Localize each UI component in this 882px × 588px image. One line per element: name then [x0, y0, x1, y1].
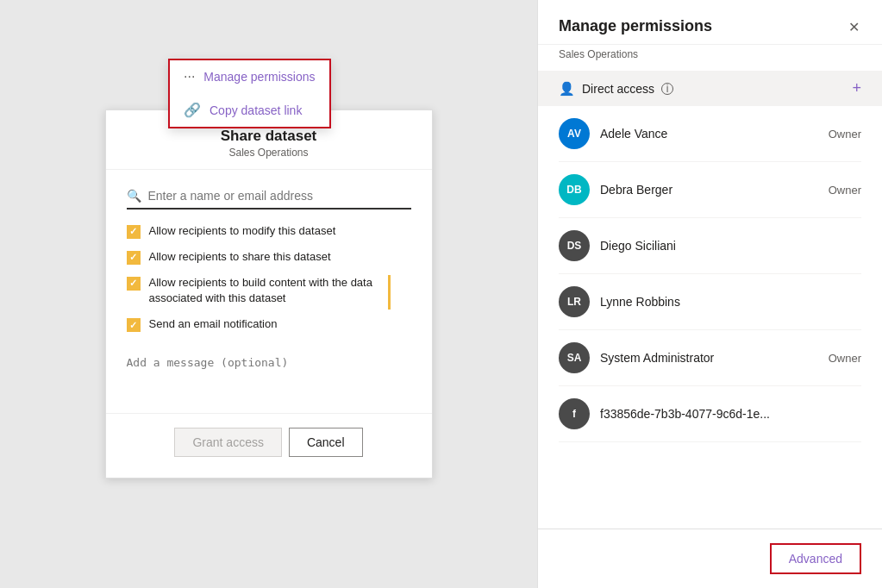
checkbox-label-2: Allow recipients to share this dataset [149, 249, 331, 265]
checkbox-3[interactable]: ✓ [127, 277, 141, 291]
context-menu: ··· Manage permissions 🔗 Copy dataset li… [168, 59, 331, 128]
user-name: Debra Berger [600, 183, 672, 197]
user-role: Owner [829, 184, 861, 197]
advanced-button[interactable]: Advanced [770, 543, 861, 574]
direct-access-label: 👤 Direct access i [559, 81, 673, 97]
right-panel: Manage permissions ✕ Sales Operations 👤 … [537, 0, 882, 588]
manage-header: Manage permissions ✕ [538, 0, 882, 45]
user-name: Diego Siciliani [600, 239, 676, 253]
check-mark-1: ✓ [129, 226, 137, 237]
share-dialog-subtitle: Sales Operations [127, 147, 411, 159]
add-button[interactable]: + [852, 79, 861, 97]
checkbox-item-1[interactable]: ✓ Allow recipients to modify this datase… [127, 223, 411, 239]
avatar: SA [559, 342, 590, 373]
user-item: f f33856de-7b3b-4077-9c6d-1e... [559, 386, 861, 442]
search-input[interactable] [148, 189, 411, 203]
message-textarea[interactable] [127, 349, 411, 389]
manage-footer: Advanced [538, 529, 882, 588]
checkbox-1[interactable]: ✓ [127, 225, 141, 239]
checkbox-label-3: Allow recipients to build content with t… [149, 275, 411, 306]
left-panel: Share dataset Sales Operations 🔍 ✓ Allow… [0, 0, 537, 588]
user-name: Adele Vance [600, 127, 667, 141]
user-item: AV Adele Vance Owner [559, 106, 861, 162]
checkbox-item-4[interactable]: ✓ Send an email notification [127, 316, 411, 332]
user-info: Lynne Robbins [600, 294, 851, 310]
share-dialog-title: Share dataset [127, 128, 411, 145]
manage-permissions-option[interactable]: Manage permissions [203, 70, 315, 84]
person-icon: 👤 [559, 81, 575, 97]
checkbox-item-3[interactable]: ✓ Allow recipients to build content with… [127, 275, 411, 306]
context-menu-item-manage[interactable]: ··· Manage permissions [170, 60, 329, 93]
manage-subtitle: Sales Operations [538, 45, 882, 71]
avatar: DB [559, 174, 590, 205]
share-dialog: Share dataset Sales Operations 🔍 ✓ Allow… [105, 109, 433, 479]
user-info: f33856de-7b3b-4077-9c6d-1e... [600, 406, 851, 422]
context-menu-item-copy[interactable]: 🔗 Copy dataset link [170, 93, 329, 127]
avatar: AV [559, 118, 590, 149]
direct-access-text: Direct access [582, 82, 654, 96]
user-name: System Administrator [600, 351, 714, 365]
checkbox-label-1: Allow recipients to modify this dataset [149, 223, 336, 239]
checkbox-label-4: Send an email notification [149, 316, 278, 332]
avatar: DS [559, 230, 590, 261]
user-role: Owner [829, 128, 861, 141]
checkbox-item-2[interactable]: ✓ Allow recipients to share this dataset [127, 249, 411, 265]
user-info: Diego Siciliani [600, 238, 851, 253]
info-icon[interactable]: i [661, 83, 673, 95]
check-mark-2: ✓ [129, 252, 137, 263]
manage-title: Manage permissions [559, 17, 712, 35]
search-box[interactable]: 🔍 [127, 184, 411, 210]
user-name: Lynne Robbins [600, 295, 680, 309]
user-info: System Administrator [600, 350, 818, 366]
avatar: LR [559, 286, 590, 317]
search-icon: 🔍 [127, 189, 141, 203]
users-list: AV Adele Vance Owner DB Debra Berger Own… [538, 106, 882, 529]
direct-access-bar: 👤 Direct access i + [538, 71, 882, 106]
copy-dataset-link-option[interactable]: Copy dataset link [210, 103, 302, 117]
user-item: DB Debra Berger Owner [559, 162, 861, 218]
user-role: Owner [829, 352, 861, 365]
user-item: DS Diego Siciliani [559, 218, 861, 274]
share-dialog-body: 🔍 ✓ Allow recipients to modify this data… [106, 170, 432, 414]
checkbox-4[interactable]: ✓ [127, 318, 141, 332]
check-mark-3: ✓ [129, 278, 137, 289]
avatar: f [559, 398, 590, 429]
user-item: SA System Administrator Owner [559, 330, 861, 386]
user-item: LR Lynne Robbins [559, 274, 861, 330]
yellow-bar [388, 275, 391, 310]
cancel-button[interactable]: Cancel [289, 428, 363, 457]
checkbox-2[interactable]: ✓ [127, 251, 141, 265]
check-mark-4: ✓ [129, 320, 137, 331]
dots-icon: ··· [184, 69, 195, 84]
checkbox-group: ✓ Allow recipients to modify this datase… [127, 223, 411, 333]
grant-access-button[interactable]: Grant access [174, 428, 281, 457]
user-info: Debra Berger [600, 182, 818, 197]
dialog-footer: Grant access Cancel [106, 413, 432, 478]
close-button[interactable]: ✕ [847, 17, 861, 37]
user-info: Adele Vance [600, 126, 818, 141]
copy-icon: 🔗 [184, 102, 201, 118]
main-container: Share dataset Sales Operations 🔍 ✓ Allow… [0, 0, 882, 588]
user-name: f33856de-7b3b-4077-9c6d-1e... [600, 407, 770, 421]
